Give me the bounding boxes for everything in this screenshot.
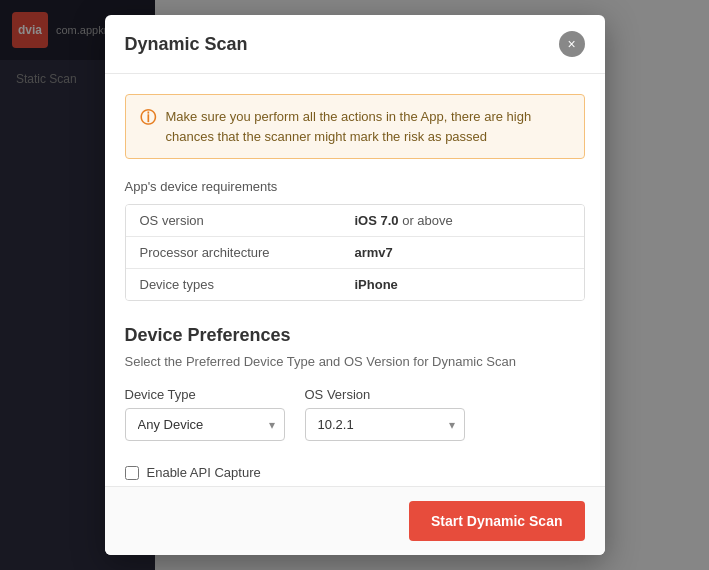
warning-box: ⓘ Make sure you perform all the actions …: [125, 94, 585, 159]
start-dynamic-scan-button[interactable]: Start Dynamic Scan: [409, 501, 585, 541]
requirements-section-label: App's device requirements: [125, 179, 585, 194]
device-type-group: Device Type Any Device iPhone iPad ▾: [125, 387, 285, 441]
modal-close-button[interactable]: ×: [559, 31, 585, 57]
os-version-label: OS version: [140, 213, 355, 228]
preferences-title: Device Preferences: [125, 325, 585, 346]
modal-body: ⓘ Make sure you perform all the actions …: [105, 74, 605, 486]
processor-arch-label: Processor architecture: [140, 245, 355, 260]
preferences-row: Device Type Any Device iPhone iPad ▾ OS …: [125, 387, 585, 441]
table-row: Processor architecture armv7: [126, 237, 584, 269]
device-type-select[interactable]: Any Device iPhone iPad: [125, 408, 285, 441]
device-type-select-wrapper: Any Device iPhone iPad ▾: [125, 408, 285, 441]
requirements-table: OS version iOS 7.0 or above Processor ar…: [125, 204, 585, 301]
device-types-value: iPhone: [355, 277, 570, 292]
os-version-group: OS Version 10.2.1 9.3.5 11.0 12.0 ▾: [305, 387, 465, 441]
api-capture-label[interactable]: Enable API Capture: [147, 465, 261, 480]
warning-text: Make sure you perform all the actions in…: [166, 107, 570, 146]
modal-overlay: Dynamic Scan × ⓘ Make sure you perform a…: [0, 0, 709, 570]
modal-footer: Start Dynamic Scan: [105, 486, 605, 555]
table-row: OS version iOS 7.0 or above: [126, 205, 584, 237]
info-icon: ⓘ: [140, 108, 156, 129]
dynamic-scan-modal: Dynamic Scan × ⓘ Make sure you perform a…: [105, 15, 605, 555]
processor-arch-value: armv7: [355, 245, 570, 260]
preferences-subtitle: Select the Preferred Device Type and OS …: [125, 354, 585, 369]
device-types-label: Device types: [140, 277, 355, 292]
os-version-select[interactable]: 10.2.1 9.3.5 11.0 12.0: [305, 408, 465, 441]
api-capture-checkbox[interactable]: [125, 466, 139, 480]
device-type-label: Device Type: [125, 387, 285, 402]
os-version-value: iOS 7.0 or above: [355, 213, 570, 228]
os-version-select-label: OS Version: [305, 387, 465, 402]
modal-title: Dynamic Scan: [125, 34, 248, 55]
table-row: Device types iPhone: [126, 269, 584, 300]
os-version-select-wrapper: 10.2.1 9.3.5 11.0 12.0 ▾: [305, 408, 465, 441]
api-capture-row: Enable API Capture: [125, 465, 585, 480]
modal-header: Dynamic Scan ×: [105, 15, 605, 74]
